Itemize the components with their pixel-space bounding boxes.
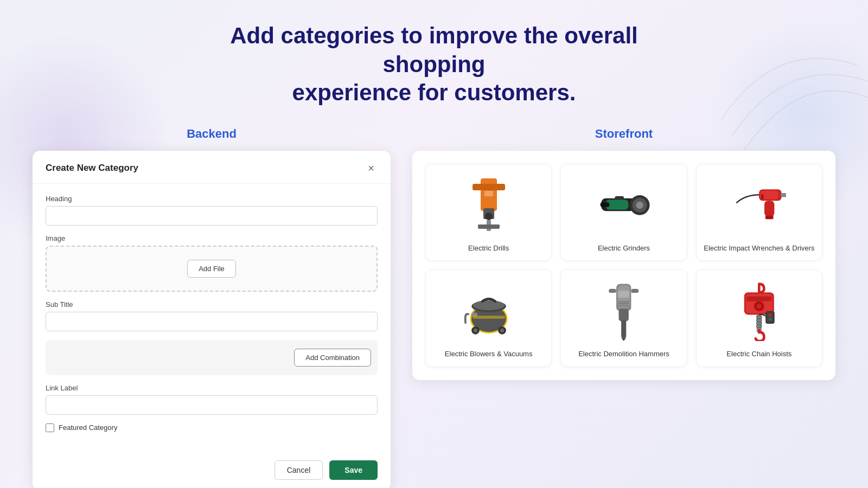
product-image-electric-chain-hoists: [703, 279, 815, 344]
svg-marker-39: [621, 338, 626, 341]
featured-category-checkbox[interactable]: [46, 423, 54, 432]
backend-column: Backend Create New Category × Heading Im…: [33, 127, 391, 489]
svg-point-48: [757, 304, 762, 309]
main-container: Add categories to improve the overall sh…: [0, 0, 868, 488]
heading-group: Heading: [46, 195, 378, 226]
product-card-electric-demolition-hammers: Electric Demolition Hammers: [560, 269, 687, 367]
link-label-group: Link Label: [46, 384, 378, 415]
storefront-panel: Electric Drills: [412, 151, 835, 380]
svg-rect-30: [473, 316, 505, 318]
svg-rect-33: [609, 289, 616, 293]
product-name-electric-blowers-vacuums: Electric Blowers & Vacuums: [445, 349, 533, 359]
svg-point-57: [769, 314, 772, 317]
svg-rect-36: [619, 291, 629, 297]
product-image-electric-blowers-vacuums: [432, 279, 545, 344]
featured-category-label: Featured Category: [59, 423, 117, 432]
featured-category-row: Featured Category: [46, 423, 378, 432]
add-combination-button[interactable]: Add Combination: [294, 349, 371, 367]
svg-rect-6: [484, 191, 493, 196]
subtitle-label: Sub Title: [46, 300, 378, 309]
svg-point-24: [473, 300, 505, 310]
svg-rect-38: [621, 320, 626, 338]
product-name-electric-chain-hoists: Electric Chain Hoists: [726, 349, 792, 359]
svg-point-2: [485, 213, 493, 220]
svg-rect-41: [618, 303, 629, 304]
product-image-electric-demolition-hammers: [567, 279, 680, 344]
electric-drills-icon: [462, 176, 516, 235]
svg-rect-40: [618, 301, 629, 303]
svg-rect-37: [619, 309, 629, 321]
product-grid: Electric Drills: [425, 164, 822, 367]
heading-input[interactable]: [46, 206, 378, 226]
electric-demolition-hammers-icon: [604, 281, 643, 341]
modal-header: Create New Category ×: [33, 151, 391, 184]
svg-rect-17: [781, 193, 786, 197]
svg-rect-34: [631, 289, 639, 293]
product-card-electric-grinders: Electric Grinders: [560, 164, 687, 261]
cancel-button[interactable]: Cancel: [275, 460, 323, 480]
product-name-electric-impact-wrenches: Electric Impact Wrenches & Drivers: [704, 243, 814, 253]
electric-blowers-vacuums-icon: [462, 284, 516, 338]
svg-point-27: [473, 329, 477, 332]
add-file-button[interactable]: Add File: [187, 260, 236, 278]
combination-row: Add Combination: [46, 340, 378, 375]
svg-rect-20: [761, 194, 763, 200]
backend-label: Backend: [33, 127, 391, 141]
link-label-input[interactable]: [46, 395, 378, 415]
product-name-electric-drills: Electric Drills: [468, 243, 509, 253]
storefront-column: Storefront: [412, 127, 835, 380]
svg-rect-42: [618, 305, 629, 306]
modal-body: Heading Image Add File Sub Title: [33, 184, 391, 454]
image-label: Image: [46, 234, 378, 242]
subtitle-input[interactable]: [46, 312, 378, 331]
product-card-electric-impact-wrenches: Electric Impact Wrenches & Drivers: [696, 164, 822, 261]
product-name-electric-demolition-hammers: Electric Demolition Hammers: [578, 349, 669, 359]
svg-point-29: [500, 329, 504, 332]
subtitle-group: Sub Title: [46, 300, 378, 331]
svg-rect-46: [746, 297, 771, 301]
modal-close-button[interactable]: ×: [365, 162, 378, 175]
electric-chain-hoists-icon: [737, 281, 782, 341]
page-heading: Add categories to improve the overall sh…: [190, 22, 678, 107]
columns-row: Backend Create New Category × Heading Im…: [33, 127, 835, 489]
modal-title: Create New Category: [46, 163, 138, 174]
create-category-modal: Create New Category × Heading Image Add …: [33, 151, 391, 489]
electric-impact-wrenches-icon: [732, 185, 786, 226]
product-card-electric-chain-hoists: Electric Chain Hoists: [696, 269, 822, 367]
product-name-electric-grinders: Electric Grinders: [598, 243, 650, 253]
storefront-label: Storefront: [412, 127, 835, 141]
svg-point-58: [769, 318, 772, 321]
electric-grinders-icon: [597, 187, 651, 223]
svg-point-11: [636, 202, 643, 209]
product-image-electric-impact-wrenches: [703, 173, 815, 238]
save-button[interactable]: Save: [329, 460, 378, 480]
link-label-label: Link Label: [46, 384, 378, 392]
product-image-electric-grinders: [567, 173, 680, 238]
product-card-electric-drills: Electric Drills: [425, 164, 552, 261]
svg-rect-5: [478, 224, 500, 229]
image-upload-area[interactable]: Add File: [46, 246, 378, 292]
svg-rect-19: [765, 216, 774, 220]
product-card-electric-blowers-vacuums: Electric Blowers & Vacuums: [425, 269, 552, 367]
svg-rect-3: [473, 184, 505, 190]
image-group: Image Add File: [46, 234, 378, 292]
svg-rect-13: [615, 196, 624, 200]
product-image-electric-drills: [432, 173, 545, 238]
svg-rect-12: [601, 203, 610, 207]
heading-label: Heading: [46, 195, 378, 203]
svg-rect-16: [764, 201, 774, 216]
modal-footer: Cancel Save: [33, 454, 391, 489]
